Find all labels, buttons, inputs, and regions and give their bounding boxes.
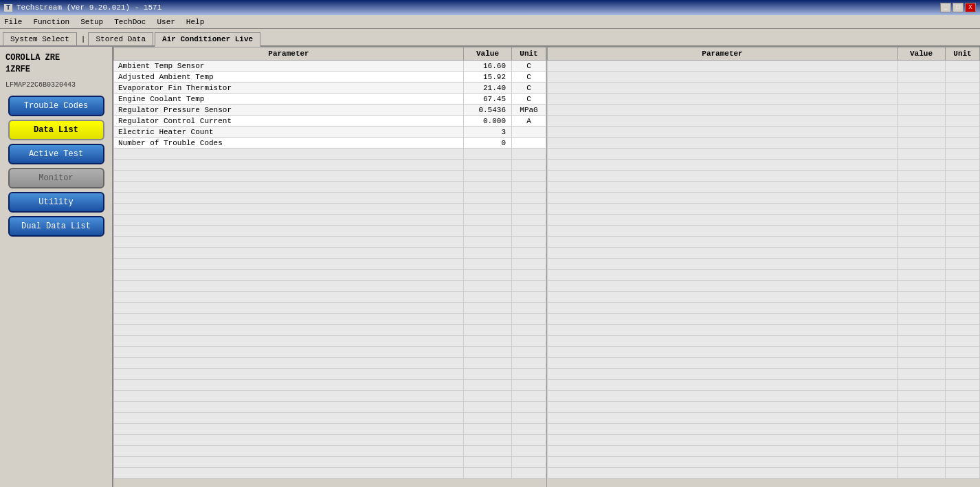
unit-cell: C — [512, 83, 546, 94]
right-param-cell — [548, 270, 898, 281]
right-value-cell — [898, 380, 946, 391]
minimize-button[interactable]: _ — [940, 3, 951, 12]
left-header-parameter: Parameter — [114, 47, 464, 61]
right-param-cell — [548, 292, 898, 303]
table-row — [548, 94, 980, 105]
right-value-cell — [898, 259, 946, 270]
value-cell-empty — [464, 446, 512, 457]
value-cell-empty — [464, 369, 512, 380]
menu-user[interactable]: User — [155, 18, 176, 26]
param-cell-empty — [114, 391, 464, 402]
left-header-unit: Unit — [512, 47, 546, 61]
table-row: Number of Trouble Codes 0 — [114, 138, 546, 149]
unit-cell-empty — [512, 248, 546, 259]
param-cell: Regulator Pressure Sensor — [114, 105, 464, 116]
menu-setup[interactable]: Setup — [79, 18, 104, 26]
table-row — [548, 347, 980, 358]
unit-cell-empty — [512, 457, 546, 468]
unit-cell-empty — [512, 226, 546, 237]
param-cell-empty — [114, 149, 464, 160]
value-cell: 0.5436 — [464, 105, 512, 116]
value-cell-empty — [464, 281, 512, 292]
right-param-cell — [548, 94, 898, 105]
table-row — [114, 237, 546, 248]
unit-cell-empty — [512, 413, 546, 424]
value-cell-empty — [464, 468, 512, 479]
unit-cell — [512, 138, 546, 149]
dual-data-list-button[interactable]: Dual Data List — [8, 216, 104, 237]
data-list-button[interactable]: Data List — [8, 120, 104, 140]
trouble-codes-button[interactable]: Trouble Codes — [8, 96, 104, 116]
right-param-cell — [548, 446, 898, 457]
table-row — [114, 325, 546, 336]
right-header-parameter: Parameter — [548, 47, 898, 61]
monitor-button[interactable]: Monitor — [8, 168, 104, 188]
right-value-cell — [898, 237, 946, 248]
vehicle-model: COROLLA ZRE1ZRFE — [5, 52, 107, 76]
right-unit-cell — [946, 83, 980, 94]
tab-stored-data[interactable]: Stored Data — [88, 32, 153, 45]
table-row — [548, 149, 980, 160]
unit-cell-empty — [512, 314, 546, 325]
unit-cell-empty — [512, 435, 546, 446]
right-value-cell — [898, 435, 946, 446]
menu-help[interactable]: Help — [185, 18, 205, 26]
unit-cell: C — [512, 94, 546, 105]
right-param-cell — [548, 83, 898, 94]
close-button[interactable]: X — [965, 3, 976, 12]
right-param-cell — [548, 182, 898, 193]
value-cell-empty — [464, 380, 512, 391]
titlebar-controls[interactable]: _ □ X — [940, 3, 976, 12]
right-param-cell — [548, 248, 898, 259]
right-unit-cell — [946, 116, 980, 127]
right-unit-cell — [946, 226, 980, 237]
table-row — [114, 347, 546, 358]
menu-function[interactable]: Function — [32, 18, 71, 26]
right-value-cell — [898, 314, 946, 325]
value-cell-empty — [464, 391, 512, 402]
maximize-button[interactable]: □ — [953, 3, 964, 12]
right-param-cell — [548, 358, 898, 369]
value-cell: 3 — [464, 127, 512, 138]
table-row: Regulator Control Current 0.000 A — [114, 116, 546, 127]
right-param-cell — [548, 457, 898, 468]
utility-button[interactable]: Utility — [8, 192, 104, 213]
right-unit-cell — [946, 380, 980, 391]
right-param-cell — [548, 116, 898, 127]
menu-file[interactable]: File — [3, 18, 23, 26]
right-value-cell — [898, 281, 946, 292]
active-test-button[interactable]: Active Test — [8, 144, 104, 164]
app-icon: T — [4, 4, 12, 12]
table-row — [114, 358, 546, 369]
table-row — [114, 402, 546, 413]
right-unit-cell — [946, 391, 980, 402]
table-row — [548, 204, 980, 215]
right-unit-cell — [946, 424, 980, 435]
right-unit-cell — [946, 402, 980, 413]
table-row — [548, 116, 980, 127]
left-data-table: Parameter Value Unit Ambient Temp Sensor… — [113, 47, 546, 479]
table-row — [548, 424, 980, 435]
table-row — [548, 226, 980, 237]
param-cell-empty — [114, 292, 464, 303]
table-row: Regulator Pressure Sensor 0.5436 MPaG — [114, 105, 546, 116]
right-value-cell — [898, 325, 946, 336]
right-value-cell — [898, 369, 946, 380]
menu-techdoc[interactable]: TechDoc — [113, 18, 147, 26]
table-row — [548, 457, 980, 468]
param-cell-empty — [114, 182, 464, 193]
right-unit-cell — [946, 369, 980, 380]
tab-system-select[interactable]: System Select — [3, 32, 77, 45]
unit-cell-empty — [512, 149, 546, 160]
right-param-cell — [548, 72, 898, 83]
table-row — [114, 171, 546, 182]
table-row — [548, 446, 980, 457]
right-param-cell — [548, 149, 898, 160]
unit-cell-empty — [512, 391, 546, 402]
right-unit-cell — [946, 160, 980, 171]
unit-cell-empty — [512, 270, 546, 281]
value-cell-empty — [464, 215, 512, 226]
value-cell-empty — [464, 160, 512, 171]
tab-ac-live[interactable]: Air Conditioner Live — [155, 32, 260, 47]
param-cell: Engine Coolant Temp — [114, 94, 464, 105]
